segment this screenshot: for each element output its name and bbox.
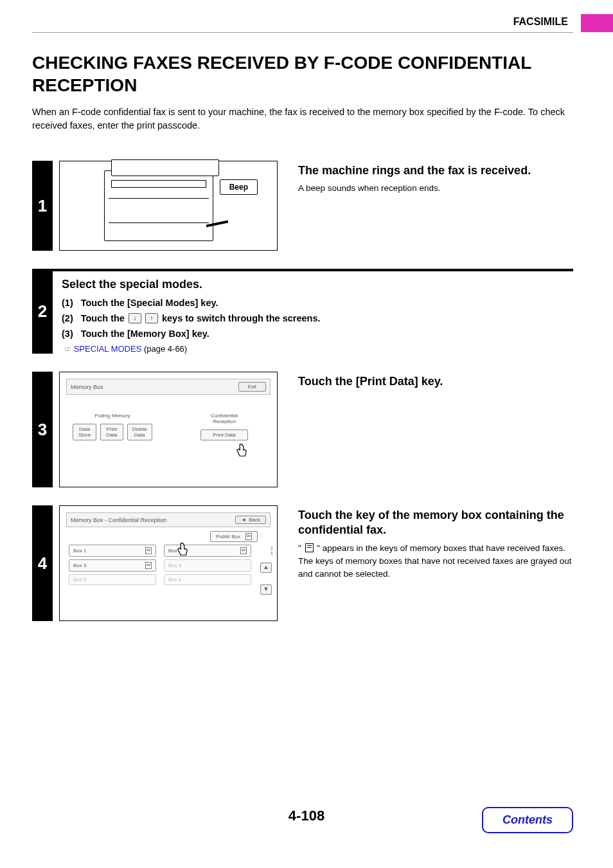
step2-heading: Select the special modes. <box>62 278 573 291</box>
screen-title: Memory Box <box>71 384 103 390</box>
step2-item-3: (3) Touch the [Memory Box] key. <box>62 329 573 339</box>
down-key-icon: ↓ <box>129 313 141 323</box>
confidential-reception-label: Confidential Reception <box>184 413 264 424</box>
step-number: 3 <box>32 372 53 487</box>
contents-button[interactable]: Contents <box>482 807 573 833</box>
public-box-button[interactable]: Public Box <box>210 531 258 542</box>
step-2: 2 Select the special modes. (1) Touch th… <box>32 269 573 354</box>
step-number: 2 <box>32 269 53 354</box>
box-5-button: Box 5 <box>69 574 156 585</box>
special-modes-link[interactable]: SPECIAL MODES <box>74 344 142 354</box>
memory-box-screen: Memory Box Exit Polling Memory Data Stor… <box>59 372 278 487</box>
step-number: 4 <box>32 505 53 621</box>
top-rule <box>32 32 573 33</box>
cross-reference: ☞ SPECIAL MODES (page 4-66) <box>62 344 573 354</box>
box-4-button: Box 4 <box>164 559 251 572</box>
document-icon <box>145 562 152 569</box>
scroll-down-button[interactable]: ▼ <box>260 584 272 595</box>
box-2-button[interactable]: Box 2 <box>164 545 251 557</box>
document-icon <box>145 547 152 554</box>
delete-data-button[interactable]: Delete Data <box>127 424 152 440</box>
step-1: 1 Beep The machine rings and the fax is … <box>32 161 573 251</box>
up-key-icon: ↑ <box>145 313 158 323</box>
step4-heading: Touch the key of the memory box containi… <box>298 508 573 538</box>
intro-text: When an F-code confidential fax is sent … <box>32 105 573 132</box>
printer-icon <box>104 170 213 241</box>
step1-body: A beep sounds when reception ends. <box>298 182 573 195</box>
step-3: 3 Memory Box Exit Polling Memory Data St… <box>32 372 573 487</box>
step3-heading: Touch the [Print Data] key. <box>298 374 573 389</box>
document-icon <box>245 533 252 540</box>
scroll-up-button[interactable]: ▲ <box>260 563 272 573</box>
pointer-icon: ☞ <box>64 345 71 354</box>
document-icon <box>240 547 247 554</box>
exit-button[interactable]: Exit <box>238 382 266 392</box>
page-title: CHECKING FAXES RECEIVED BY F-CODE CONFID… <box>32 51 573 96</box>
step4-body: " " appears in the keys of memory boxes … <box>298 542 573 581</box>
step-4: 4 Memory Box - Confidential Reception ◄ … <box>32 505 573 621</box>
step2-item-2: (2) Touch the ↓ ↑ keys to switch through… <box>62 313 573 323</box>
touch-cursor-icon <box>235 443 249 458</box>
back-button[interactable]: ◄ Back <box>235 516 266 524</box>
document-icon <box>305 543 314 552</box>
section-header: FACSIMILE <box>513 16 568 28</box>
confidential-reception-screen: Memory Box - Confidential Reception ◄ Ba… <box>59 505 278 621</box>
step-number: 1 <box>32 161 53 251</box>
step2-item-1: (1) Touch the [Special Modes] key. <box>62 298 573 308</box>
step1-heading: The machine rings and the fax is receive… <box>298 163 573 178</box>
data-store-button[interactable]: Data Store <box>73 424 96 440</box>
beep-label: Beep <box>220 179 258 195</box>
box-6-button: Box 6 <box>164 574 251 585</box>
print-data-button-confidential[interactable]: Print Data <box>200 429 248 440</box>
page-indicator: 1 1 <box>271 546 273 557</box>
printer-illustration: Beep <box>59 161 278 251</box>
box-1-button[interactable]: Box 1 <box>69 545 156 557</box>
back-arrow-icon: ◄ <box>241 517 246 523</box>
polling-memory-label: Polling Memory <box>73 413 152 419</box>
step2-rule <box>52 269 573 271</box>
color-tab <box>581 14 613 32</box>
screen-title: Memory Box - Confidential Reception <box>71 517 166 523</box>
box-3-button[interactable]: Box 3 <box>69 559 156 572</box>
print-data-button[interactable]: Print Data <box>100 424 123 440</box>
